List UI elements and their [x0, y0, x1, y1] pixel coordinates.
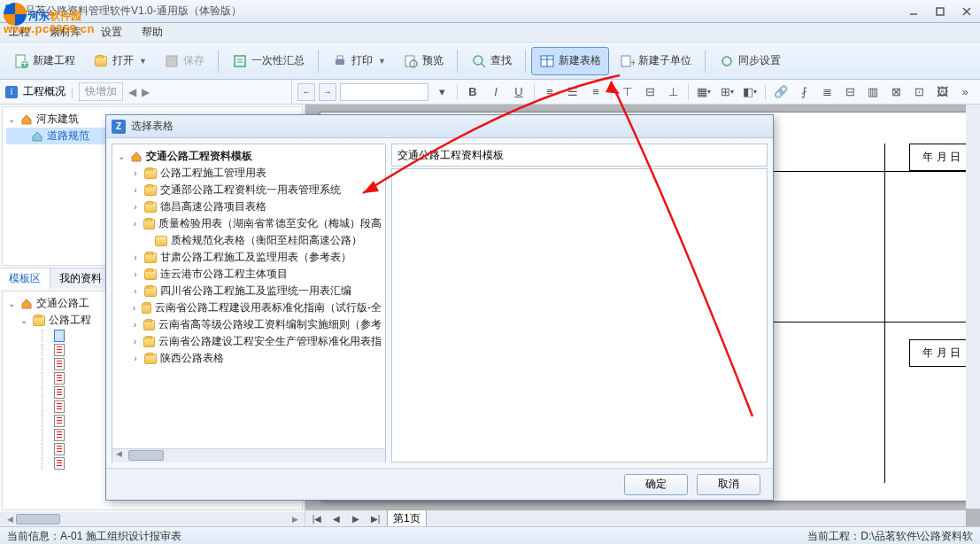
home-icon — [20, 298, 33, 310]
home-icon — [130, 151, 143, 163]
table-button[interactable]: ▦▾ — [694, 82, 714, 102]
svg-line-16 — [482, 64, 485, 67]
prev-page-button[interactable]: ◀ — [328, 512, 344, 525]
bold-button[interactable]: B — [463, 82, 482, 102]
dlg-item[interactable]: ›陕西公路表格 — [116, 350, 382, 367]
ok-button[interactable]: 确定 — [624, 474, 688, 495]
search-icon — [471, 53, 487, 69]
align-center-button[interactable]: ☰ — [563, 82, 583, 102]
titlebar: Z 品茗公路资料管理软件V1.0-通用版（体验版） — [0, 0, 980, 23]
open-button[interactable]: 打开 ▼ — [85, 47, 154, 75]
new-subunit-button[interactable]: + 新建子单位 — [611, 47, 699, 75]
font-combo[interactable] — [340, 83, 428, 101]
next-page-button[interactable]: ▶ — [348, 512, 364, 525]
align-right-button[interactable]: ≡ — [586, 82, 606, 102]
menu-project[interactable]: 工程 — [5, 23, 34, 42]
cancel-button[interactable]: 取消 — [697, 474, 760, 495]
dropdown-icon[interactable]: ▾ — [432, 82, 451, 102]
sync-settings-button[interactable]: 同步设置 — [711, 47, 789, 75]
insert1-button[interactable]: ≣ — [817, 82, 837, 102]
preview-icon — [403, 53, 419, 69]
folder-icon — [155, 236, 167, 246]
valign-bot-button[interactable]: ⊥ — [663, 82, 683, 102]
project-info-label[interactable]: 工程概况 — [23, 84, 66, 99]
insert2-button[interactable]: ⊟ — [840, 82, 860, 102]
fx-button[interactable]: ⨏ — [794, 82, 814, 102]
print-icon — [332, 53, 348, 69]
once-summary-button[interactable]: 一次性汇总 — [224, 47, 313, 75]
chevron-left-icon[interactable]: ◀ — [128, 86, 136, 98]
dlg-item[interactable]: 质检规范化表格（衡阳至桂阳高速公路） — [116, 232, 382, 249]
dialog-title: 选择表格 — [131, 119, 768, 134]
new-table-button[interactable]: 新建表格 — [531, 47, 609, 75]
print-button[interactable]: 打印 ▼ — [324, 47, 393, 75]
new-project-icon: + — [13, 53, 29, 69]
dialog-tree[interactable]: ⌄ 交通公路工程资料模板 ›公路工程施工管理用表›交通部公路工程资料统一用表管理… — [112, 144, 386, 462]
dlg-item[interactable]: ›交通部公路工程资料统一用表管理系统 — [116, 182, 382, 198]
tab-my-data[interactable]: 我的资料 — [50, 268, 112, 289]
dlg-item[interactable]: ›云南省公路工程建设用表标准化指南（试行版-全 — [116, 299, 382, 316]
valign-top-button[interactable]: ⊤ — [617, 82, 637, 102]
folder-icon — [33, 315, 45, 326]
scroll-left-button[interactable]: ◀ — [112, 449, 125, 462]
minimize-button[interactable] — [906, 5, 922, 18]
insert3-button[interactable]: ▥ — [863, 82, 883, 102]
separator — [318, 50, 319, 73]
first-page-button[interactable]: |◀ — [309, 512, 325, 525]
nav-fwd-button[interactable]: → — [319, 83, 336, 101]
dlg-item[interactable]: ›云南省高等级公路竣工资料编制实施细则（参考 — [116, 316, 382, 333]
menu-settings[interactable]: 设置 — [97, 23, 126, 42]
home-icon — [31, 130, 43, 143]
folder-icon — [142, 303, 151, 314]
align-left-button[interactable]: ≡ — [540, 82, 559, 102]
search-button[interactable]: 查找 — [463, 47, 520, 75]
folder-icon — [144, 269, 157, 280]
quick-add-button[interactable]: 快增加 — [79, 82, 123, 101]
dlg-item[interactable]: ›连云港市公路工程主体项目 — [116, 266, 382, 283]
doc-icon — [54, 457, 65, 470]
preview-button[interactable]: 预览 — [395, 47, 451, 75]
valign-mid-button[interactable]: ⊟ — [640, 82, 660, 102]
image-button[interactable]: 🖼 — [932, 82, 952, 102]
doc-icon — [54, 400, 65, 413]
link-button[interactable]: 🔗 — [771, 82, 791, 102]
vertical-scrollbar[interactable] — [966, 105, 980, 509]
dlg-root[interactable]: ⌄ 交通公路工程资料模板 — [116, 148, 382, 165]
italic-button[interactable]: I — [486, 82, 505, 102]
dlg-item[interactable]: ›公路工程施工管理用表 — [116, 165, 382, 182]
dialog-titlebar[interactable]: Z 选择表格 — [106, 115, 773, 138]
menu-help[interactable]: 帮助 — [138, 23, 166, 42]
dlg-item[interactable]: ›甘肃公路工程施工及监理用表（参考表） — [116, 249, 382, 266]
scrollbar-thumb[interactable] — [128, 450, 164, 461]
svg-point-15 — [474, 56, 482, 65]
nav-back-button[interactable]: ← — [297, 83, 315, 101]
tab-template-area[interactable]: 模板区 — [0, 268, 50, 289]
more-button[interactable]: » — [955, 82, 975, 102]
maximize-button[interactable] — [932, 5, 948, 18]
insert4-button[interactable]: ⊠ — [886, 82, 906, 102]
scroll-left-button[interactable]: ◀ — [4, 515, 16, 524]
info-icon: i — [5, 86, 18, 98]
scroll-right-button[interactable]: ▶ — [289, 515, 301, 524]
underline-button[interactable]: U — [509, 82, 529, 102]
dlg-item[interactable]: ›质量检验用表（湖南省常德至安化（梅城）段高 — [116, 215, 382, 232]
app-icon: Z — [5, 4, 19, 19]
new-project-button[interactable]: + 新建工程 — [5, 47, 83, 75]
dlg-item[interactable]: ›云南省公路建设工程安全生产管理标准化用表指 — [116, 333, 382, 350]
insert5-button[interactable]: ⊡ — [909, 82, 929, 102]
dlg-item[interactable]: ›德昌高速公路项目表格 — [116, 198, 382, 215]
last-page-button[interactable]: ▶| — [367, 512, 383, 525]
status-project: 当前工程：D:\品茗软件\公路资料软 — [807, 529, 973, 544]
save-button[interactable]: 保存 — [156, 47, 212, 75]
separator — [525, 50, 526, 73]
window-title: 品茗公路资料管理软件V1.0-通用版（体验版） — [25, 4, 906, 19]
preview-label: 交通公路工程资料模板 — [391, 144, 768, 167]
chevron-right-icon[interactable]: ▶ — [142, 86, 150, 98]
menu-material[interactable]: 素材库 — [46, 23, 85, 42]
home-icon — [20, 113, 33, 126]
dlg-item[interactable]: ›四川省公路工程施工及监理统一用表汇编 — [116, 283, 382, 299]
color-button[interactable]: ◧▾ — [740, 82, 760, 102]
merge-button[interactable]: ⊞▾ — [717, 82, 737, 102]
close-button[interactable] — [959, 5, 975, 18]
page-nav-bar: |◀ ◀ ▶ ▶| 第1页 — [305, 510, 966, 526]
